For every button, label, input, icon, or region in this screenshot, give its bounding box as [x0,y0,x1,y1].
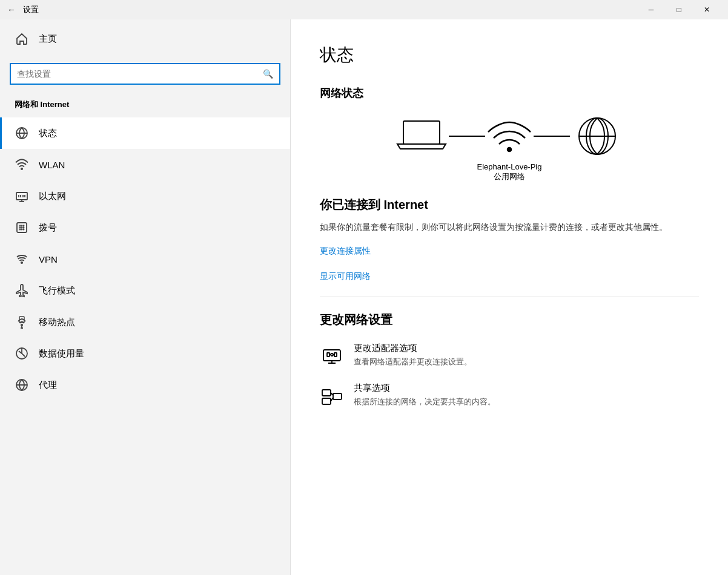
maximize-button[interactable]: □ [665,0,693,19]
svg-rect-16 [20,229,21,230]
wlan-label: WLAN [39,160,65,170]
proxy-icon [15,378,29,392]
content-area: 状态 网络状态 [291,19,728,575]
network-name: Elephant-Love-Pig [320,162,699,171]
sidebar-section-title: 网络和 Internet [0,94,290,115]
sidebar-item-hotspot[interactable]: 移动热点 [0,306,290,338]
svg-rect-24 [403,121,440,144]
search-input[interactable] [17,69,263,79]
search-icon[interactable]: 🔍 [263,69,273,79]
laptop-icon [394,115,449,157]
sidebar-item-status[interactable]: 状态 [0,117,290,149]
sharing-icon [320,384,344,408]
svg-rect-2 [16,192,27,200]
proxy-label: 代理 [39,380,57,391]
network-type: 公用网络 [320,171,699,182]
sidebar-item-data[interactable]: 数据使用量 [0,338,290,369]
svg-rect-11 [22,226,22,226]
sharing-title: 共享选项 [354,383,699,394]
vpn-label: VPN [39,254,58,264]
sidebar-item-airplane[interactable]: 飞行模式 [0,275,290,306]
app-body: 主页 🔍 网络和 Internet 状态 [0,19,728,575]
svg-point-1 [21,168,22,169]
sidebar-item-dialup[interactable]: 拨号 [0,212,290,243]
svg-point-31 [331,353,333,356]
airplane-icon [15,283,29,298]
svg-point-19 [21,262,22,263]
svg-rect-12 [24,226,24,226]
network-status-title: 网络状态 [320,86,699,100]
network-diagram [320,115,699,157]
data-icon [15,346,29,361]
change-settings-title: 更改网络设置 [320,312,699,328]
svg-rect-15 [24,228,24,228]
svg-rect-32 [322,390,331,396]
connected-title: 你已连接到 Internet [320,197,699,213]
svg-rect-14 [22,228,22,228]
hotspot-label: 移动热点 [39,317,75,328]
globe-icon [570,115,624,157]
adapter-desc: 查看网络适配器并更改连接设置。 [354,356,699,367]
close-button[interactable]: ✕ [693,0,721,19]
vpn-icon [15,252,29,266]
page-title: 状态 [320,44,699,67]
status-label: 状态 [39,128,57,139]
home-label: 主页 [39,33,57,45]
sharing-text: 共享选项 根据所连接的网络，决定要共享的内容。 [354,383,699,407]
sidebar-item-ethernet[interactable]: 以太网 [0,180,290,212]
adapter-settings-item[interactable]: 更改适配器选项 查看网络适配器并更改连接设置。 [320,343,699,368]
status-icon [15,126,29,140]
sidebar: 主页 🔍 网络和 Internet 状态 [0,19,291,575]
change-properties-link[interactable]: 更改连接属性 [320,246,699,257]
home-item[interactable]: 主页 [0,19,290,58]
connected-desc: 如果你的流量套餐有限制，则你可以将此网络设置为按流量计费的连接，或者更改其他属性… [320,220,683,234]
section-divider [320,297,699,297]
sidebar-item-vpn[interactable]: VPN [0,243,290,275]
ethernet-icon [15,189,29,203]
ethernet-label: 以太网 [39,191,66,202]
network-label: Elephant-Love-Pig 公用网络 [320,162,699,182]
adapter-title: 更改适配器选项 [354,343,699,354]
minimize-button[interactable]: ─ [637,0,665,19]
svg-rect-34 [333,393,342,399]
adapter-icon [320,344,344,368]
adapter-text: 更改适配器选项 查看网络适配器并更改连接设置。 [354,343,699,367]
svg-rect-10 [20,226,21,226]
airplane-label: 飞行模式 [39,285,75,297]
search-box[interactable]: 🔍 [10,63,280,85]
wlan-icon [15,157,29,172]
show-networks-link[interactable]: 显示可用网络 [320,271,699,282]
window-controls: ─ □ ✕ [637,0,721,19]
wifi-icon [485,115,534,157]
search-container: 🔍 [0,58,290,94]
svg-point-25 [508,148,511,151]
dialup-label: 拨号 [39,222,57,234]
svg-rect-28 [323,350,340,361]
svg-rect-33 [322,398,331,404]
svg-rect-13 [20,228,21,228]
line1 [449,136,485,137]
back-button[interactable]: ← [7,5,16,15]
data-label: 数据使用量 [39,348,84,360]
home-icon [15,31,29,46]
hotspot-icon [15,315,29,329]
line2 [534,136,570,137]
svg-rect-17 [22,229,22,230]
window-title: 设置 [23,4,637,15]
sidebar-item-proxy[interactable]: 代理 [0,369,290,401]
sharing-desc: 根据所连接的网络，决定要共享的内容。 [354,396,699,407]
dialup-icon [15,220,29,235]
svg-point-20 [21,324,22,326]
sharing-settings-item[interactable]: 共享选项 根据所连接的网络，决定要共享的内容。 [320,383,699,408]
titlebar: ← 设置 ─ □ ✕ [0,0,728,19]
sidebar-item-wlan[interactable]: WLAN [0,149,290,180]
svg-rect-18 [24,229,24,230]
